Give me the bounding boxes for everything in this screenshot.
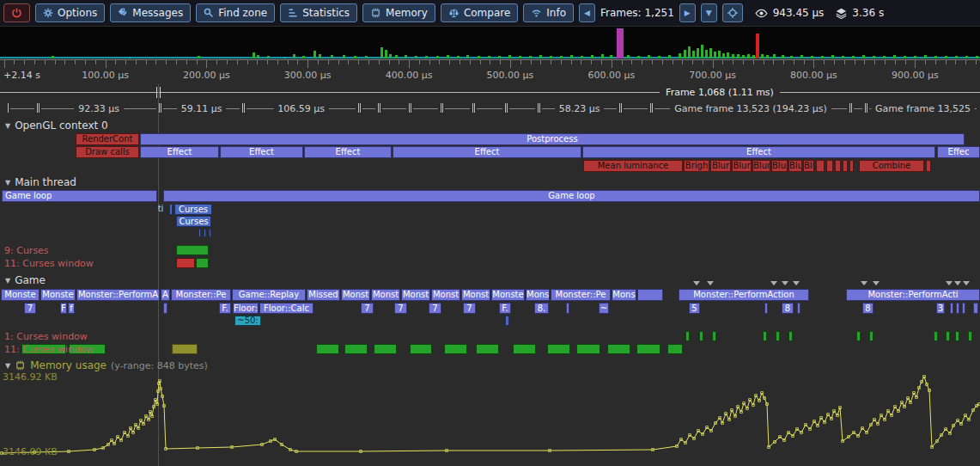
profiler-window: Options Messages Find zone Statistics Me… [0, 0, 980, 466]
lock-label: 11: Curses window [4, 258, 94, 269]
lock-label: 9: Curses [4, 245, 49, 256]
memory-min-label: 3146.09 KB [3, 446, 58, 457]
memory-graph[interactable] [0, 0, 980, 466]
memory-max-label: 3146.92 KB [3, 371, 58, 383]
lock-label: 11: Curses window [4, 344, 94, 355]
lock-label: 1: Curses window [4, 331, 88, 342]
